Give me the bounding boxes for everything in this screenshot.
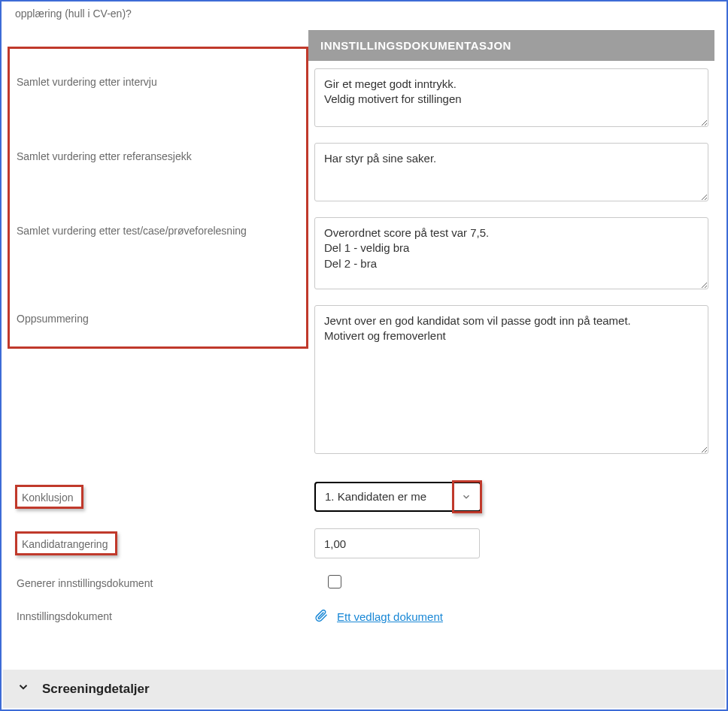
expander-label: Screeningdetaljer [42,682,150,697]
label-document: Innstillingsdokument [17,610,112,622]
label-ranking-highlight: Kandidatrangering [15,531,117,555]
label-interview: Samlet vurdering etter intervju [14,68,314,88]
textarea-testcase[interactable] [314,217,708,289]
label-ranking: Kandidatrangering [22,538,108,550]
textarea-reference[interactable] [314,143,708,201]
paperclip-icon [314,609,328,625]
select-conclusion-value: 1. Kandidaten er me [316,483,452,510]
textarea-interview[interactable] [314,68,708,127]
row-conclusion: Konklusjon 1. Kandidaten er me [14,482,714,512]
section-header-innstilling: INNSTILLINGSDOKUMENTASJON [308,30,714,61]
label-testcase: Samlet vurdering etter test/case/prøvefo… [14,217,314,237]
label-conclusion-highlight: Konklusjon [15,485,83,509]
row-interview: Samlet vurdering etter intervju [14,68,714,129]
textarea-summary[interactable] [314,305,708,454]
checkbox-generate[interactable] [328,575,341,588]
form-area: Samlet vurdering etter intervju Samlet v… [8,61,720,625]
row-summary: Oppsummering [14,305,714,456]
prev-section-fragment: opplæring (hull i CV-en)? [8,2,720,30]
expander-screeningdetaljer[interactable]: Screeningdetaljer [3,670,725,708]
row-reference: Samlet vurdering etter referansesjekk [14,143,714,204]
label-generate: Generer innstillingsdokument [17,577,153,589]
chevron-down-icon[interactable] [453,483,480,510]
row-testcase: Samlet vurdering etter test/case/prøvefo… [14,217,714,292]
row-document: Innstillingsdokument Ett vedlagt dokumen… [14,607,714,625]
link-attached-document[interactable]: Ett vedlagt dokument [337,610,443,623]
row-generate: Generer innstillingsdokument [14,575,714,591]
label-reference: Samlet vurdering etter referansesjekk [14,143,314,162]
select-conclusion[interactable]: 1. Kandidaten er me [314,482,481,512]
input-ranking[interactable] [314,528,480,558]
label-conclusion: Konklusjon [22,492,74,504]
label-summary: Oppsummering [14,305,314,325]
chevron-down-icon [17,680,30,697]
row-ranking: Kandidatrangering [14,528,714,558]
